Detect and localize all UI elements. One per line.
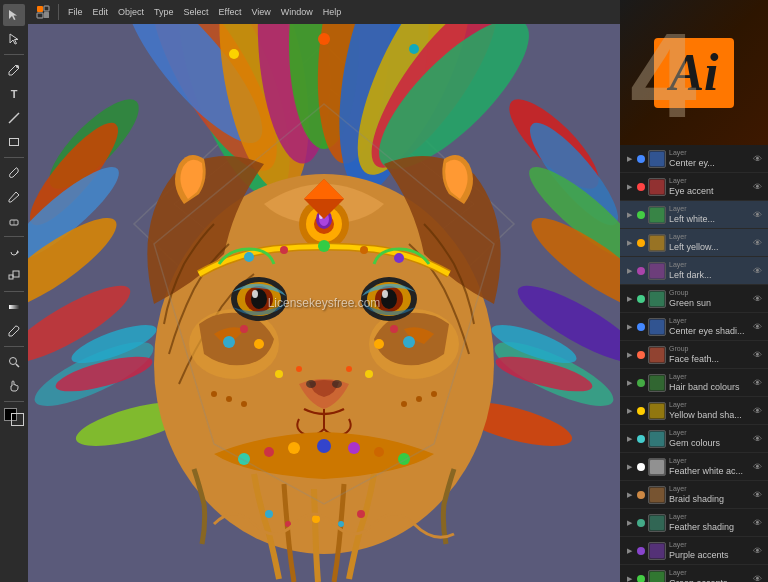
paintbrush-tool[interactable]	[3, 162, 25, 184]
svg-point-68	[312, 515, 320, 523]
gradient-tool[interactable]	[3, 296, 25, 318]
layers-panel[interactable]: ▶LayerCenter ey...👁▶LayerEye accent👁▶Lay…	[620, 145, 768, 582]
layer-item[interactable]: ▶GroupFace feath...👁	[620, 341, 768, 369]
layer-visibility-toggle[interactable]: 👁	[750, 264, 764, 278]
layer-expand-arrow[interactable]: ▶	[624, 434, 634, 444]
layer-item[interactable]: ▶LayerLeft yellow...👁	[620, 229, 768, 257]
layer-expand-arrow[interactable]: ▶	[624, 182, 634, 192]
layer-item[interactable]: ▶LayerGem colours👁	[620, 425, 768, 453]
ai-logo-box: Ai	[654, 38, 734, 108]
layer-visibility-toggle[interactable]: 👁	[750, 544, 764, 558]
layer-item[interactable]: ▶LayerCenter eye shadi...👁	[620, 313, 768, 341]
view-menu[interactable]: View	[248, 3, 273, 21]
svg-rect-14	[44, 12, 49, 18]
layer-visibility-toggle[interactable]: 👁	[750, 516, 764, 530]
layer-visibility-toggle[interactable]: 👁	[750, 320, 764, 334]
layer-expand-arrow[interactable]: ▶	[624, 350, 634, 360]
layer-item[interactable]: ▶LayerGreen accents👁	[620, 565, 768, 582]
layer-expand-arrow[interactable]: ▶	[624, 294, 634, 304]
layer-visibility-toggle[interactable]: 👁	[750, 348, 764, 362]
direct-select-tool[interactable]	[3, 28, 25, 50]
eye-icon: 👁	[753, 266, 762, 276]
eyedropper-tool[interactable]	[3, 320, 25, 342]
zoom-tool[interactable]	[3, 351, 25, 373]
svg-point-84	[226, 396, 232, 402]
layer-visibility-toggle[interactable]: 👁	[750, 180, 764, 194]
window-menu[interactable]: Window	[278, 3, 316, 21]
layer-expand-arrow[interactable]: ▶	[624, 154, 634, 164]
layer-visibility-toggle[interactable]: 👁	[750, 460, 764, 474]
line-tool[interactable]	[3, 107, 25, 129]
layer-expand-arrow[interactable]: ▶	[624, 462, 634, 472]
layer-visibility-toggle[interactable]: 👁	[750, 208, 764, 222]
layer-visibility-toggle[interactable]: 👁	[750, 432, 764, 446]
pencil-tool[interactable]	[3, 186, 25, 208]
layer-expand-arrow[interactable]: ▶	[624, 546, 634, 556]
layer-expand-arrow[interactable]: ▶	[624, 574, 634, 583]
hand-tool[interactable]	[3, 375, 25, 397]
type-menu[interactable]: Type	[151, 3, 177, 21]
pen-tool[interactable]	[3, 59, 25, 81]
stroke-color[interactable]	[11, 413, 24, 426]
layer-visibility-toggle[interactable]: 👁	[750, 376, 764, 390]
layer-item[interactable]: ▶LayerBraid shading👁	[620, 481, 768, 509]
svg-point-60	[223, 336, 235, 348]
svg-point-86	[401, 401, 407, 407]
layer-visibility-toggle[interactable]: 👁	[750, 572, 764, 583]
layer-name: Eye accent	[669, 186, 750, 196]
layer-color-dot	[637, 407, 645, 415]
object-menu[interactable]: Object	[115, 3, 147, 21]
svg-point-99	[365, 370, 373, 378]
layer-item[interactable]: ▶LayerFeather shading👁	[620, 509, 768, 537]
layer-thumbnail	[648, 262, 666, 280]
layer-visibility-toggle[interactable]: 👁	[750, 488, 764, 502]
layer-expand-arrow[interactable]: ▶	[624, 378, 634, 388]
svg-point-75	[252, 290, 258, 298]
layer-item[interactable]: ▶LayerYellow band sha...👁	[620, 397, 768, 425]
help-menu[interactable]: Help	[320, 3, 345, 21]
rect-tool[interactable]	[3, 131, 25, 153]
layer-item[interactable]: ▶GroupGreen sun👁	[620, 285, 768, 313]
svg-point-64	[390, 325, 398, 333]
eraser-tool[interactable]	[3, 210, 25, 232]
select-tool[interactable]	[3, 4, 25, 26]
layer-thumbnail	[648, 458, 666, 476]
layer-expand-arrow[interactable]: ▶	[624, 210, 634, 220]
artwork-container[interactable]: Licensekeysfree.com	[28, 24, 620, 582]
fill-stroke-indicator[interactable]	[4, 408, 24, 426]
layer-item[interactable]: ▶LayerFeather white ac...👁	[620, 453, 768, 481]
layer-expand-arrow[interactable]: ▶	[624, 490, 634, 500]
scale-tool[interactable]	[3, 265, 25, 287]
layer-item[interactable]: ▶LayerCenter ey...👁	[620, 145, 768, 173]
rotate-tool[interactable]	[3, 241, 25, 263]
layer-item[interactable]: ▶LayerPurple accents👁	[620, 537, 768, 565]
layer-visibility-toggle[interactable]: 👁	[750, 152, 764, 166]
layer-expand-arrow[interactable]: ▶	[624, 406, 634, 416]
layer-item[interactable]: ▶LayerHair band colours👁	[620, 369, 768, 397]
layer-name: Left white...	[669, 214, 750, 224]
layer-expand-arrow[interactable]: ▶	[624, 238, 634, 248]
menu-illustrator[interactable]	[34, 3, 52, 21]
layer-expand-arrow[interactable]: ▶	[624, 322, 634, 332]
layer-thumbnail	[648, 374, 666, 392]
eye-icon: 👁	[753, 182, 762, 192]
layer-visibility-toggle[interactable]: 👁	[750, 292, 764, 306]
svg-point-82	[332, 380, 342, 388]
layer-item[interactable]: ▶LayerLeft white...👁	[620, 201, 768, 229]
select-menu[interactable]: Select	[181, 3, 212, 21]
svg-line-10	[16, 364, 19, 367]
layer-expand-arrow[interactable]: ▶	[624, 518, 634, 528]
layer-info: LayerBraid shading	[669, 485, 750, 503]
edit-menu[interactable]: Edit	[90, 3, 112, 21]
effect-menu[interactable]: Effect	[216, 3, 245, 21]
layer-visibility-toggle[interactable]: 👁	[750, 236, 764, 250]
layer-item[interactable]: ▶LayerEye accent👁	[620, 173, 768, 201]
layer-expand-arrow[interactable]: ▶	[624, 266, 634, 276]
layer-info: LayerHair band colours	[669, 373, 750, 391]
svg-rect-13	[44, 6, 49, 11]
svg-rect-6	[9, 275, 13, 279]
file-menu[interactable]: File	[65, 3, 86, 21]
type-tool[interactable]: T	[3, 83, 25, 105]
layer-item[interactable]: ▶LayerLeft dark...👁	[620, 257, 768, 285]
layer-visibility-toggle[interactable]: 👁	[750, 404, 764, 418]
